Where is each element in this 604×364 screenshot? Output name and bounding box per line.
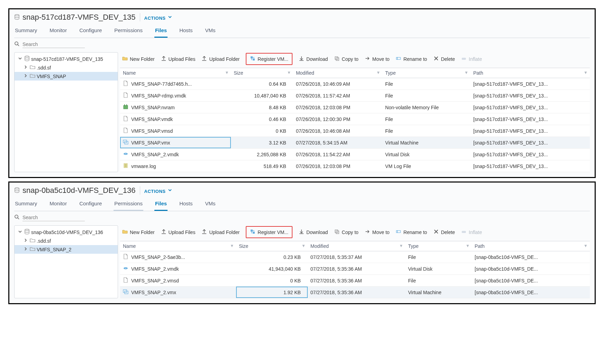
tab-vms[interactable]: VMs bbox=[204, 25, 216, 38]
tab-monitor[interactable]: Monitor bbox=[49, 25, 67, 38]
tree-folder[interactable]: VMFS_SNAP bbox=[15, 72, 118, 81]
file-size: 41,943,040 KB bbox=[236, 263, 308, 275]
file-modified: 07/26/2018, 10:46:09 AM bbox=[293, 78, 382, 90]
file-icon bbox=[123, 254, 128, 260]
tab-summary[interactable]: Summary bbox=[14, 25, 38, 38]
toolbar-upload-files[interactable]: Upload Files bbox=[161, 229, 196, 235]
toolbar-rename-to[interactable]: Rename to bbox=[396, 56, 427, 62]
toolbar-delete[interactable]: Delete bbox=[433, 229, 455, 235]
tab-files[interactable]: Files bbox=[154, 198, 168, 211]
file-row[interactable]: VMFS_SNAP.vmx 3.12 KB07/27/2018, 5:34:15… bbox=[120, 137, 590, 149]
tree-folder[interactable]: .sdd.sf bbox=[15, 236, 118, 245]
tab-configure[interactable]: Configure bbox=[79, 198, 102, 211]
tree-folder[interactable]: VMFS_SNAP_2 bbox=[15, 245, 118, 254]
chevron-right-icon[interactable] bbox=[23, 237, 28, 244]
file-toolbar: New Folder Upload Files Upload Folder Re… bbox=[120, 52, 590, 68]
file-modified: 07/27/2018, 5:35:37 AM bbox=[308, 251, 405, 263]
filter-icon[interactable]: ▼ bbox=[584, 70, 588, 75]
toolbar-copy-to[interactable]: Copy to bbox=[334, 229, 358, 235]
filter-icon[interactable]: ▼ bbox=[584, 243, 588, 248]
toolbar-move-to[interactable]: Move to bbox=[365, 56, 390, 62]
toolbar-copy-to[interactable]: Copy to bbox=[334, 56, 358, 62]
toolbar-new-folder[interactable]: New Folder bbox=[122, 229, 155, 235]
tab-vms[interactable]: VMs bbox=[204, 198, 216, 211]
filter-icon[interactable]: ▼ bbox=[464, 70, 468, 75]
tree-folder[interactable]: .sdd.sf bbox=[15, 63, 118, 72]
column-path[interactable]: Path ▼ bbox=[472, 241, 590, 251]
toolbar-move-to[interactable]: Move to bbox=[365, 229, 390, 235]
chevron-down-icon[interactable] bbox=[17, 229, 23, 235]
datastore-icon bbox=[14, 13, 20, 22]
file-modified: 07/26/2018, 11:57:42 AM bbox=[293, 90, 382, 102]
filter-icon[interactable]: ▼ bbox=[230, 243, 234, 248]
file-name: VMFS_SNAP_2.vmdk bbox=[131, 266, 179, 272]
tab-monitor[interactable]: Monitor bbox=[49, 198, 67, 211]
tab-files[interactable]: Files bbox=[154, 25, 168, 38]
upload-icon bbox=[201, 56, 207, 62]
toolbar-upload-files[interactable]: Upload Files bbox=[161, 56, 196, 62]
tab-permissions[interactable]: Permissions bbox=[114, 25, 143, 38]
filter-icon[interactable]: ▼ bbox=[287, 70, 291, 75]
file-row[interactable]: VMFS_SNAP-77dd7465.h... 0.64 KB07/26/201… bbox=[120, 78, 590, 90]
tab-summary[interactable]: Summary bbox=[14, 198, 38, 211]
column-size[interactable]: Size ▼ bbox=[236, 241, 308, 251]
toolbar-upload-folder[interactable]: Upload Folder bbox=[201, 229, 240, 235]
column-modified[interactable]: Modified ▼ bbox=[308, 241, 405, 251]
column-name[interactable]: Name ▼ bbox=[120, 241, 236, 251]
file-row[interactable]: VMFS_SNAP.nvram 8.48 KB07/26/2018, 12:03… bbox=[120, 102, 590, 113]
file-row[interactable]: VMFS_SNAP_2.vmsd 0 KB07/27/2018, 5:35:36… bbox=[120, 275, 590, 287]
vmx-icon bbox=[123, 289, 128, 296]
tree-root[interactable]: snap-517cd187-VMFS_DEV_135 bbox=[15, 55, 118, 63]
search-input[interactable] bbox=[22, 214, 85, 221]
column-type[interactable]: Type ▼ bbox=[382, 68, 470, 78]
toolbar-rename-to[interactable]: Rename to bbox=[396, 229, 427, 235]
chevron-right-icon[interactable] bbox=[23, 246, 28, 253]
filter-icon[interactable]: ▼ bbox=[225, 70, 229, 75]
datastore-icon bbox=[24, 56, 30, 62]
rename-icon bbox=[396, 229, 401, 235]
actions-menu[interactable]: ACTIONS bbox=[144, 187, 173, 194]
file-row[interactable]: VMFS_SNAP_2.vmdk 2,265,088 KB07/26/2018,… bbox=[120, 149, 590, 160]
toolbar-register-vm-[interactable]: Register VM... bbox=[246, 226, 292, 238]
filter-icon[interactable]: ▼ bbox=[399, 243, 403, 248]
tab-configure[interactable]: Configure bbox=[79, 25, 102, 38]
toolbar-download[interactable]: Download bbox=[299, 56, 328, 62]
column-modified[interactable]: Modified ▼ bbox=[293, 68, 382, 78]
chevron-right-icon[interactable] bbox=[23, 73, 28, 80]
toolbar-register-vm-[interactable]: Register VM... bbox=[246, 53, 292, 65]
search-input[interactable] bbox=[22, 41, 85, 48]
toolbar-upload-folder[interactable]: Upload Folder bbox=[201, 56, 240, 62]
toolbar-download[interactable]: Download bbox=[299, 229, 328, 235]
file-row[interactable]: VMFS_SNAP_2-5ae3b... 0.23 KB07/27/2018, … bbox=[120, 251, 590, 263]
tree-root[interactable]: snap-0ba5c10d-VMFS_DEV_136 bbox=[15, 228, 118, 236]
file-size: 0 KB bbox=[236, 275, 308, 287]
filter-icon[interactable]: ▼ bbox=[301, 243, 306, 248]
file-modified: 07/26/2018, 12:03:08 PM bbox=[293, 102, 382, 113]
chevron-down-icon[interactable] bbox=[17, 56, 23, 62]
column-size[interactable]: Size ▼ bbox=[231, 68, 293, 78]
tab-hosts[interactable]: Hosts bbox=[179, 198, 193, 211]
file-modified: 07/27/2018, 5:35:36 AM bbox=[308, 263, 405, 275]
file-row[interactable]: vmware.log 518.49 KB07/26/2018, 12:03:08… bbox=[120, 160, 590, 172]
filter-icon[interactable]: ▼ bbox=[466, 243, 470, 248]
tab-permissions[interactable]: Permissions bbox=[114, 198, 143, 211]
column-name[interactable]: Name ▼ bbox=[120, 68, 231, 78]
file-row[interactable]: VMFS_SNAP-rdmp.vmdk 10,487,040 KB07/26/2… bbox=[120, 90, 590, 102]
file-type: File bbox=[382, 78, 470, 90]
file-row[interactable]: VMFS_SNAP_2.vmdk 41,943,040 KB07/27/2018… bbox=[120, 263, 590, 275]
chevron-right-icon[interactable] bbox=[23, 64, 28, 71]
download-icon bbox=[299, 56, 304, 62]
file-row[interactable]: VMFS_SNAP.vmdk 0.46 KB07/26/2018, 12:00:… bbox=[120, 113, 590, 125]
upload-icon bbox=[201, 229, 207, 235]
file-modified: 07/26/2018, 12:00:30 PM bbox=[293, 113, 382, 125]
filter-icon[interactable]: ▼ bbox=[376, 70, 380, 75]
tab-hosts[interactable]: Hosts bbox=[179, 25, 193, 38]
column-path[interactable]: Path ▼ bbox=[470, 68, 590, 78]
toolbar-new-folder[interactable]: New Folder bbox=[122, 56, 155, 62]
file-row[interactable]: VMFS_SNAP_2.vmx 1.92 KB07/27/2018, 5:35:… bbox=[120, 287, 590, 298]
file-row[interactable]: VMFS_SNAP.vmsd 0 KB07/26/2018, 10:46:08 … bbox=[120, 125, 590, 137]
toolbar-delete[interactable]: Delete bbox=[433, 56, 455, 62]
file-path: [snap-517cd187-VMFS_DEV_13... bbox=[470, 90, 590, 102]
actions-menu[interactable]: ACTIONS bbox=[144, 14, 173, 21]
column-type[interactable]: Type ▼ bbox=[405, 241, 472, 251]
